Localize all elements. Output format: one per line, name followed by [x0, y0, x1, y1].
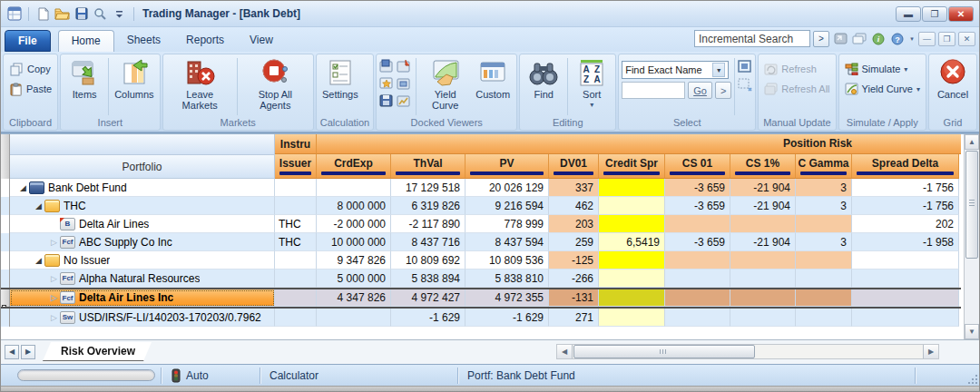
crdexp-cell[interactable]: 10 000 000 [317, 233, 391, 251]
tab-view[interactable]: View [237, 30, 286, 52]
sort-button[interactable]: AZZA Sort ▾ [571, 56, 612, 117]
issuer-cell[interactable]: THC [275, 215, 317, 233]
cs1pct-cell[interactable]: -21 904 [730, 233, 796, 251]
status-auto-label[interactable]: Auto [186, 369, 209, 382]
cs01-cell[interactable] [665, 251, 730, 270]
table-row[interactable]: ▷ Fcf ABC Supply Co Inc THC 10 000 000 8… [1, 233, 961, 251]
cgamma-cell[interactable] [796, 270, 852, 288]
pv-cell[interactable]: 9 216 594 [466, 197, 549, 215]
spread-delta-cell[interactable] [852, 289, 959, 307]
info-icon[interactable]: i [870, 32, 887, 46]
viewer-2-icon[interactable] [379, 76, 396, 93]
scroll-up-arrow[interactable]: ▲ [965, 134, 979, 150]
scroll-down-arrow[interactable]: ▼ [965, 324, 979, 339]
dv01-cell[interactable]: -131 [549, 289, 599, 307]
credit-spr-cell[interactable] [599, 251, 665, 270]
minimize-button[interactable]: ▬ [896, 6, 921, 22]
thval-cell[interactable]: 17 129 518 [391, 179, 466, 197]
spread-delta-cell[interactable]: -1 756 [852, 197, 959, 215]
viewer-5-icon[interactable] [397, 76, 413, 93]
mdi-close-button[interactable]: ✕ [958, 32, 975, 46]
select-name-input[interactable] [622, 82, 685, 99]
instrument-group-header[interactable]: Instru [275, 134, 317, 154]
column-header-pv[interactable]: PV [466, 154, 549, 179]
crdexp-cell[interactable]: 5 000 000 [317, 270, 391, 288]
expander-icon[interactable]: ▷ [48, 238, 60, 247]
column-header-portfolio[interactable]: Portfolio [10, 154, 275, 179]
mdi-restore-button[interactable]: ❐ [938, 32, 956, 46]
status-calculator-label[interactable]: Calculator [266, 369, 452, 382]
table-row[interactable]: ◢ THC 8 000 000 6 319 826 9 216 594 462 … [1, 197, 961, 215]
spread-delta-cell[interactable] [852, 309, 959, 327]
copy-button[interactable]: Copy [6, 60, 54, 78]
yield-curve-apply-button[interactable]: Yield Curve ▾ [842, 80, 923, 98]
dv01-cell[interactable]: -125 [549, 251, 599, 270]
crdexp-cell[interactable]: 8 000 000 [317, 197, 391, 215]
vertical-scrollbar[interactable]: ▲ ▼ [964, 134, 979, 339]
dv01-cell[interactable]: 462 [549, 197, 599, 215]
tab-sheets[interactable]: Sheets [114, 30, 173, 52]
cs01-cell[interactable] [665, 215, 730, 233]
insert-columns-button[interactable]: Columns [112, 56, 156, 117]
credit-spr-cell[interactable]: 6,5419 [599, 233, 665, 251]
insert-items-button[interactable]: Items [64, 56, 105, 117]
dv01-cell[interactable]: 203 [549, 215, 599, 233]
horizontal-scrollbar[interactable]: ◀ ▶ [556, 344, 939, 359]
issuer-cell[interactable] [275, 270, 317, 288]
spread-delta-cell[interactable]: -1 756 [852, 179, 959, 197]
pv-cell[interactable]: 4 972 355 [466, 289, 549, 307]
app-icon[interactable] [6, 6, 22, 22]
thval-cell[interactable]: 4 972 427 [391, 289, 466, 307]
cgamma-cell[interactable]: 3 [796, 197, 852, 215]
thval-cell[interactable]: 10 809 692 [391, 251, 466, 270]
crdexp-cell[interactable]: 4 347 826 [317, 289, 391, 307]
viewer-1-icon[interactable] [379, 59, 396, 75]
column-header-cgamma[interactable]: C Gamma [796, 154, 852, 179]
open-folder-icon[interactable] [54, 6, 70, 22]
issuer-cell[interactable]: THC [275, 233, 317, 251]
table-row[interactable]: ◢ No Issuer 9 347 826 10 809 692 10 809 … [1, 251, 961, 270]
cs01-cell[interactable]: -3 659 [665, 179, 730, 197]
issuer-cell[interactable] [275, 197, 317, 215]
viewer-4-icon[interactable] [397, 59, 413, 75]
grid-cancel-button[interactable]: Cancel [932, 56, 974, 117]
issuer-cell[interactable] [275, 251, 317, 270]
cs1pct-cell[interactable] [730, 251, 796, 270]
cs01-cell[interactable] [665, 309, 730, 327]
qat-customize-icon[interactable] [112, 6, 127, 22]
credit-spr-cell[interactable] [599, 197, 665, 215]
cs1pct-cell[interactable] [730, 270, 796, 288]
portfolio-cell[interactable]: ▷ Fcf ABC Supply Co Inc [10, 233, 275, 251]
new-document-icon[interactable] [35, 6, 51, 22]
incremental-search-input[interactable]: Incremental Search [694, 30, 810, 47]
thval-cell[interactable]: 8 437 716 [391, 233, 466, 251]
credit-spr-cell[interactable] [599, 215, 665, 233]
incremental-search-go-button[interactable]: > [813, 31, 829, 47]
cs01-cell[interactable]: -3 659 [665, 233, 730, 251]
pv-cell[interactable]: 10 809 536 [466, 251, 549, 270]
selection-handle[interactable] [2, 305, 6, 307]
position-risk-group-header[interactable]: Position Risk [317, 134, 961, 154]
crdexp-cell[interactable] [317, 179, 391, 197]
pv-cell[interactable]: 20 026 129 [466, 179, 549, 197]
export-view-icon[interactable] [832, 32, 848, 46]
close-button[interactable]: ✕ [948, 6, 974, 22]
custom-viewer-button[interactable]: Custom [472, 56, 514, 117]
column-header-credit-spr[interactable]: Credit Spr [599, 154, 665, 179]
spread-delta-cell[interactable]: -1 958 [852, 233, 959, 251]
table-row[interactable]: ◢ Bank Debt Fund 17 129 518 20 026 129 3… [1, 179, 961, 197]
more-options-caret-icon[interactable]: ▾ [908, 32, 916, 46]
portfolio-cell[interactable]: B Delta Air Lines [10, 215, 275, 233]
portfolio-cell[interactable]: ◢ THC [10, 197, 275, 215]
leave-markets-button[interactable]: Leave Markets [166, 56, 234, 117]
credit-spr-cell[interactable] [599, 309, 665, 327]
portfolio-cell[interactable]: ▷ Fcf Delta Air Lines Inc [10, 289, 275, 307]
viewer-3-icon[interactable] [379, 93, 396, 110]
stop-all-agents-button[interactable]: Stop All Agents [240, 56, 310, 117]
cs1pct-cell[interactable]: -21 904 [730, 179, 796, 197]
save-icon[interactable] [74, 6, 89, 22]
table-row[interactable]: ▷ Fcf Delta Air Lines Inc 4 347 826 4 97… [1, 288, 961, 309]
thval-cell[interactable]: 5 838 894 [391, 270, 466, 288]
crdexp-cell[interactable]: 9 347 826 [317, 251, 391, 270]
credit-spr-cell[interactable] [599, 289, 665, 307]
